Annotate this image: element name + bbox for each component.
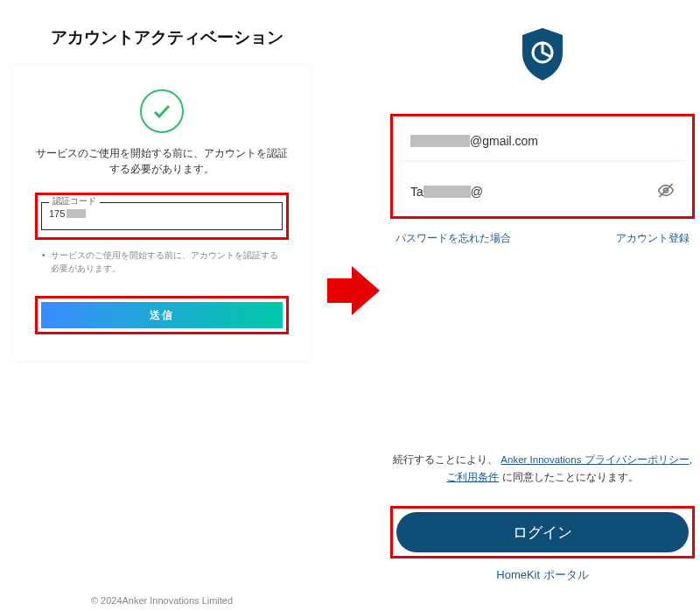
pw-at: @ bbox=[471, 185, 483, 199]
privacy-policy-link[interactable]: Anker Innovations プライバシーポリシー bbox=[500, 454, 689, 465]
email-field[interactable]: @gmail.com bbox=[398, 122, 687, 160]
masked-text bbox=[424, 186, 471, 198]
password-field[interactable]: Ta @ bbox=[398, 172, 687, 211]
login-panel: @gmail.com Ta @ パスワードを忘れた場合 アカウント登録 続行する… bbox=[385, 0, 700, 611]
masked-text bbox=[410, 135, 470, 147]
verification-code-input[interactable]: 認証コード 175 bbox=[41, 202, 283, 230]
pw-prefix: Ta bbox=[410, 185, 424, 199]
success-check-icon bbox=[140, 89, 184, 133]
consent-text: 続行することにより、 Anker Innovations プライバシーポリシー,… bbox=[385, 451, 700, 487]
forgot-password-link[interactable]: パスワードを忘れた場合 bbox=[396, 231, 511, 246]
login-highlight: ログイン bbox=[390, 506, 695, 558]
eye-off-icon[interactable] bbox=[657, 182, 675, 202]
page-title: アカウントアクティベーション bbox=[51, 26, 315, 49]
activation-panel: アカウントアクティベーション サービスのご使用を開始する前に、アカウントを認証す… bbox=[0, 0, 324, 611]
terms-link[interactable]: ご利用条件 bbox=[446, 472, 499, 482]
copyright: © 2024Anker Innovations Limited bbox=[0, 595, 324, 606]
activation-note: サービスのご使用を開始する前に、アカウントを認証する必要があります。 bbox=[38, 249, 285, 275]
code-input-highlight: 認証コード 175 bbox=[35, 193, 289, 240]
auth-links: パスワードを忘れた場合 アカウント登録 bbox=[396, 231, 690, 246]
code-value: 175 bbox=[49, 208, 275, 219]
eufy-shield-icon bbox=[519, 26, 566, 82]
submit-button[interactable]: 送信 bbox=[41, 302, 283, 328]
arrow-right-icon bbox=[327, 266, 380, 315]
activation-card: サービスのご使用を開始する前に、アカウントを認証する必要があります。 認証コード… bbox=[14, 65, 310, 361]
homekit-portal-link[interactable]: HomeKit ポータル bbox=[385, 567, 700, 583]
credentials-highlight: @gmail.com Ta @ bbox=[390, 114, 695, 219]
login-button[interactable]: ログイン bbox=[396, 512, 689, 552]
signup-link[interactable]: アカウント登録 bbox=[616, 231, 690, 246]
svg-marker-0 bbox=[327, 266, 380, 315]
email-suffix: @gmail.com bbox=[470, 134, 538, 148]
submit-highlight: 送信 bbox=[35, 296, 289, 334]
masked-text bbox=[66, 209, 86, 218]
activation-message: サービスのご使用を開始する前に、アカウントを認証する必要があります。 bbox=[35, 145, 289, 177]
code-label: 認証コード bbox=[49, 195, 100, 207]
